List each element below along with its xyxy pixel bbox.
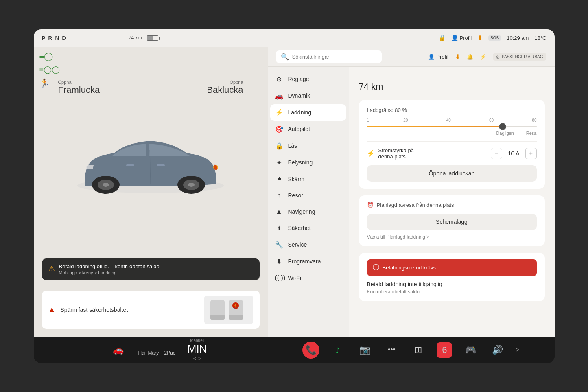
status-bar: P R N D 74 km 🔓 👤 Profil ⬇ SOS 10:29 am … [34,29,555,47]
seatbelt-warning-icon: 🏃 [39,78,60,88]
bottom-left: 🚗 ♪ Hail Mary – 2Pac Manuell MIN < > [42,338,276,362]
apps-grid-button[interactable]: ⊞ [410,342,427,359]
profile-item[interactable]: 👤 Profil [451,35,472,41]
bottom-bar: 🚗 ♪ Hail Mary – 2Pac Manuell MIN < > 📞 ♪ [34,337,555,363]
resor-icon: ↕ [275,192,283,199]
slider-mode: Dagligen Resa [367,131,537,136]
increase-current-button[interactable]: + [525,148,537,159]
nav-item-laddning[interactable]: ⚡ Laddning [270,104,346,121]
wipers-icon: ≡◯◯ [39,65,60,74]
sakerhet-icon: ℹ [275,224,283,232]
sos-badge: SOS [488,35,501,41]
tesla-screen: P R N D 74 km 🔓 👤 Profil ⬇ SOS 10:29 am … [34,29,555,363]
slider-labels: 1 20 40 60 80 [367,118,537,123]
volume-button[interactable]: 🔊 [489,342,506,359]
las-icon: 🔒 [275,142,283,150]
reglage-icon: ⊙ [275,75,283,83]
nav-arrows: < > [193,355,201,362]
seatbelt-alert: ▲ Spänn fast säkerhetsbältet 🏃 [42,291,260,329]
music-note-icon: ♪ [155,344,158,349]
bluetooth-icon: ⚡ [480,54,486,60]
service-icon: 🔧 [275,241,283,249]
car-image [50,96,251,226]
profile-row: 👤 Profil ⬇ 🔔 ⚡ ◎ PASSENGER AIRBAG [428,53,546,61]
slider-track[interactable] [367,126,537,127]
nav-item-dynamik[interactable]: 🚗 Dynamik [268,88,349,104]
nav-item-resor[interactable]: ↕ Resor [268,187,349,204]
car-bottom-icon[interactable]: 🚗 [110,342,126,358]
svg-text:🏃: 🏃 [233,304,238,309]
range-display: 74 km [359,75,545,93]
laddning-icon: ⚡ [275,109,283,116]
charge-limit-label: Laddgräns: 80 % [367,107,407,113]
phone-button[interactable]: 📞 [302,342,319,359]
warning-text: Betald laddning otillg. – kontr. obetalt… [59,263,160,275]
nav-item-belysning[interactable]: ✦ Belysning [268,154,349,171]
music-info: ♪ Hail Mary – 2Pac [138,344,175,356]
payment-card: ⓘ Betalningsmetod krävs Betald laddning … [359,253,545,301]
nav-item-autopilot[interactable]: 🎯 Autopilot [268,121,349,138]
search-input[interactable] [292,54,377,60]
charge-current-controls: − 16 A + [491,148,536,159]
autopilot-icon: 🎯 [275,125,283,133]
svg-point-5 [103,183,109,187]
games-button[interactable]: 🎮 [462,342,479,359]
programvara-icon: ⬇ [275,258,283,265]
nav-left-icon: < [193,355,196,362]
music-title: Hail Mary – 2Pac [138,350,175,356]
status-bar-right: 🔓 👤 Profil ⬇ SOS 10:29 am 18°C [439,34,546,42]
baklucka-label[interactable]: Öppna Baklucka [207,80,243,95]
charge-limit-row: Laddgräns: 80 % [367,107,537,113]
right-panel: 🔍 👤 Profil ⬇ 🔔 ⚡ ◎ PASSENGER AIRBAG [268,47,555,337]
settings-body: ⊙ Reglage 🚗 Dynamik ⚡ Laddning 🎯 Autopil… [268,67,555,337]
car-mode-display: Manuell MIN < > [188,338,207,362]
skarm-icon: 🖥 [275,175,283,183]
schedule-header: ⏰ Planlagd avresa från denna plats [367,202,537,208]
main-content: ≡◯ ≡◯◯ 🏃 Öppna Framlucka Öppna Baklucka [34,47,555,337]
nav-item-service[interactable]: 🔧 Service [268,237,349,253]
nav-sidebar: ⊙ Reglage 🚗 Dynamik ⚡ Laddning 🎯 Autopil… [268,67,349,337]
belysning-icon: ✦ [275,159,283,166]
svg-rect-9 [157,164,165,166]
schedule-button[interactable]: Schemalägg [367,214,537,230]
wifi-icon: ((·)) [275,274,283,282]
person-icon: 👤 [428,54,435,60]
payment-error-row: ⓘ Betalningsmetod krävs [367,259,537,276]
open-charge-port-button[interactable]: Öppna laddluckan [367,165,537,182]
camera-button[interactable]: 📷 [356,342,373,359]
search-box[interactable]: 🔍 [276,50,382,63]
spotify-button[interactable]: ♪ [329,342,346,359]
nav-item-navigering[interactable]: ▲ Navigering [268,204,349,220]
charge-current-row: ⚡ Strömstyrka pådenna plats − 16 A + [367,141,537,160]
nav-item-wifi[interactable]: ((·)) Wi-Fi [268,270,349,286]
nav-item-las[interactable]: 🔒 Lås [268,138,349,154]
plug-icon: ⚡ [367,149,375,157]
nav-item-programvara[interactable]: ⬇ Programvara [268,253,349,270]
lock-icon: 🔓 [439,35,446,41]
prnd-indicator: P R N D [42,35,67,41]
charge-slider-container[interactable]: 1 20 40 60 80 Dagligen [367,118,537,136]
nav-item-reglage[interactable]: ⊙ Reglage [268,71,349,88]
more-apps-button[interactable]: ••• [383,342,400,359]
navigering-icon: ▲ [275,208,283,215]
passenger-airbag-badge: ◎ PASSENGER AIRBAG [493,53,546,61]
profile-header-item[interactable]: 👤 Profil [428,54,448,60]
svg-point-8 [188,183,195,187]
battery-icon [147,35,158,41]
range-display-top: 74 km [129,35,142,41]
svg-rect-12 [210,315,225,320]
slider-thumb[interactable] [499,123,506,130]
framlucka-label[interactable]: Öppna Framlucka [58,80,100,95]
nav-item-sakerhet[interactable]: ℹ Säkerhet [268,220,349,237]
left-panel: ≡◯ ≡◯◯ 🏃 Öppna Framlucka Öppna Baklucka [34,47,268,337]
download-icon-top: ⬇ [477,34,483,42]
nav-item-skarm[interactable]: 🖥 Skärm [268,171,349,187]
passenger-airbag-icon: ◎ [496,55,500,59]
payment-sub: Kontrollera obetalt saldo [367,289,537,295]
warning-banner: ⚠ Betald laddning otillg. – kontr. obeta… [42,258,260,280]
switch-planned-charging-link[interactable]: Växla till Planlagd laddning > [367,234,537,240]
calendar-button[interactable]: 6 [437,342,452,358]
seatbelt-text: Spänn fast säkerhetsbältet [60,307,199,313]
seatbelt-diagram: 🏃 [204,296,253,324]
decrease-current-button[interactable]: − [491,148,502,159]
